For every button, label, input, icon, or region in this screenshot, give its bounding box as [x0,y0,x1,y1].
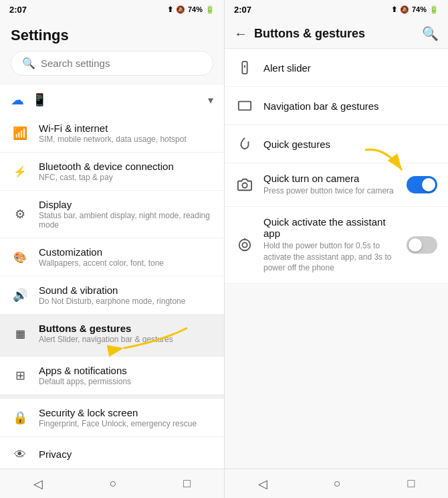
alert-slider-item[interactable]: Alert slider [225,49,448,87]
assistant-icon [235,236,254,254]
panel-title: Buttons & gestures [254,27,415,41]
settings-item-security[interactable]: 🔒 Security & lock screen Fingerprint, Fa… [0,399,224,437]
svg-point-6 [242,242,247,247]
status-icons-left: ⬆ 🔕 74% 🔋 [167,5,215,14]
assistant-sub: Hold the power button for 0.5s to activa… [263,240,397,274]
search-input[interactable] [41,58,202,69]
back-button[interactable]: ← [234,26,247,42]
quick-gestures-item[interactable]: Quick gestures [225,125,448,163]
settings-item-display[interactable]: ⚙ Display Status bar, ambient display, n… [0,191,224,238]
customization-icon: 🎨 [11,248,29,266]
buttons-icon: ▦ [11,324,29,343]
wifi-icon: 📶 [11,124,29,143]
navigation-bar-icon [235,96,254,115]
right-header: ← Buttons & gestures 🔍 [225,19,448,49]
apps-title: Apps & notifications [39,365,213,376]
expand-icon[interactable]: ▾ [208,94,213,106]
svg-point-7 [239,240,251,251]
sound-icon: 🔊 [11,286,29,305]
left-panel: 2:07 ⬆ 🔕 74% 🔋 Settings 🔍 ☁ 📱 ▾ 📶 Wi-Fi … [0,0,224,498]
battery-icon: 🔋 [205,5,215,14]
right-list: Alert slider Navigation bar & gestures [225,49,448,469]
back-nav-btn-r[interactable]: ◁ [258,477,267,491]
search-bar[interactable]: 🔍 [11,51,213,76]
assistant-title: Quick activate the assistant app [263,216,397,239]
nav-bar-right: ◁ ○ □ [225,469,448,498]
battery-text-r: 74% [412,5,427,13]
sound-title: Sound & vibration [39,284,213,296]
toggle-thumb-camera [422,178,435,191]
quick-camera-title: Quick turn on camera [263,173,397,184]
security-sub: Fingerprint, Face Unlock, emergency resc… [39,419,213,428]
status-bar-left: 2:07 ⬆ 🔕 74% 🔋 [0,0,224,19]
customization-title: Customization [39,246,213,258]
svg-point-4 [242,183,247,187]
home-nav-btn[interactable]: ○ [110,477,117,491]
settings-item-wifi[interactable]: 📶 Wi-Fi & internet SIM, mobile network, … [0,114,224,153]
settings-item-buttons[interactable]: ▦ Buttons & gestures Alert Slider, navig… [0,315,224,353]
quick-camera-sub: Press power button twice for camera [263,185,397,197]
sound-sub: Do Not Disturb, earphone mode, ringtone [39,297,213,306]
time-left: 2:07 [9,5,27,15]
battery-text: 74% [188,5,203,13]
settings-item-bluetooth[interactable]: ⚡ Bluetooth & device connection NFC, cas… [0,153,224,191]
upload-icon: ⬆ [167,5,173,14]
bluetooth-icon: ⚡ [11,162,29,181]
security-icon: 🔒 [11,408,29,427]
cloud-icons: ☁ 📱 [11,92,47,108]
alert-slider-icon [235,58,254,77]
status-icons-right: ⬆ 🔕 74% 🔋 [391,5,439,14]
svg-rect-2 [239,102,251,110]
apps-sub: Default apps, permissions [39,377,213,386]
left-header: Settings 🔍 [0,19,224,81]
toggle-thumb-assistant [409,238,422,252]
settings-item-apps[interactable]: ⊞ Apps & notifications Default apps, per… [0,357,224,395]
quick-gestures-icon [235,135,254,153]
wifi-title: Wi-Fi & internet [39,122,213,134]
battery-icon-r: 🔋 [429,5,439,14]
signal-icon-r: 🔕 [400,5,409,14]
alert-slider-title: Alert slider [263,62,437,74]
bluetooth-title: Bluetooth & device connection [39,161,213,172]
settings-item-customization[interactable]: 🎨 Customization Wallpapers, accent color… [0,238,224,276]
security-title: Security & lock screen [39,407,213,418]
assistant-item[interactable]: Quick activate the assistant app Hold th… [225,207,448,284]
cloud-icon: ☁ [11,92,24,108]
wifi-sub: SIM, mobile network, data usage, hotspot [39,135,213,144]
customization-sub: Wallpapers, accent color, font, tone [39,258,213,268]
quick-camera-toggle[interactable] [407,176,437,193]
recent-nav-btn-r[interactable]: □ [407,477,415,491]
quick-camera-item[interactable]: Quick turn on camera Press power button … [225,163,448,207]
settings-item-sound[interactable]: 🔊 Sound & vibration Do Not Disturb, earp… [0,276,224,315]
navigation-bar-title: Navigation bar & gestures [263,100,437,112]
bluetooth-sub: NFC, cast, tap & pay [39,173,213,182]
home-nav-btn-r[interactable]: ○ [334,477,341,491]
upload-icon-r: ⬆ [391,5,397,14]
settings-title: Settings [11,27,213,44]
privacy-title: Privacy [39,448,213,460]
settings-item-privacy[interactable]: 👁 Privacy [0,437,224,469]
buttons-title: Buttons & gestures [39,323,213,334]
back-nav-btn[interactable]: ◁ [33,477,43,491]
privacy-icon: 👁 [11,445,29,464]
phone-icon: 📱 [32,92,47,107]
settings-list: 📶 Wi-Fi & internet SIM, mobile network, … [0,114,224,469]
apps-icon: ⊞ [11,366,29,385]
time-right: 2:07 [234,5,251,15]
recent-nav-btn[interactable]: □ [183,477,191,491]
assistant-toggle[interactable] [407,236,437,254]
quick-camera-icon [235,175,254,194]
quick-gestures-title: Quick gestures [263,139,437,150]
nav-bar-left: ◁ ○ □ [0,469,224,498]
buttons-sub: Alert Slider, navigation bar & gestures [39,335,213,344]
cloud-row[interactable]: ☁ 📱 ▾ [0,85,224,114]
status-bar-right: 2:07 ⬆ 🔕 74% 🔋 [225,0,448,19]
display-icon: ⚙ [11,205,29,224]
display-sub: Status bar, ambient display, night mode,… [39,211,213,230]
search-button-right[interactable]: 🔍 [422,25,439,42]
display-title: Display [39,199,213,210]
signal-icon: 🔕 [176,5,185,14]
right-panel: 2:07 ⬆ 🔕 74% 🔋 ← Buttons & gestures 🔍 Al… [224,0,448,498]
search-icon: 🔍 [22,57,35,70]
navigation-bar-item[interactable]: Navigation bar & gestures [225,87,448,125]
